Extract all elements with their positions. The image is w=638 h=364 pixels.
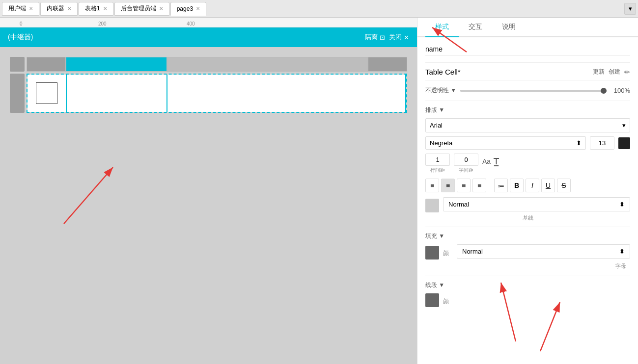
divider-fill: [425, 227, 630, 227]
cell-box: [36, 82, 57, 104]
fill-color-label: 颜: [443, 249, 449, 258]
panel-tab-style-label: 样式: [435, 23, 449, 30]
divider-1: [425, 62, 630, 63]
opacity-label: 不透明性 ▼: [425, 86, 456, 95]
table-body-cells: [27, 74, 407, 113]
spacing-row: 行间距 字间距 Aa T̲: [425, 154, 630, 174]
line-spacing-input[interactable]: [425, 154, 450, 166]
tab-4-close[interactable]: ✕: [196, 6, 200, 11]
header-cell-1: [27, 57, 66, 72]
body-cell-4[interactable]: [367, 75, 406, 112]
opacity-slider[interactable]: [460, 90, 607, 92]
fill-preview: [425, 199, 439, 212]
baseline-value: Normal: [448, 201, 469, 208]
canvas-title: (中继器): [8, 33, 33, 42]
font-color-swatch[interactable]: [618, 137, 630, 149]
font-style-value: Negreta: [430, 139, 452, 147]
tab-dropdown[interactable]: ▾: [624, 3, 636, 15]
tab-2-close[interactable]: ✕: [103, 6, 107, 11]
header-cell-2: [66, 57, 167, 72]
font-size-input[interactable]: [590, 136, 614, 150]
header-cell-3: [167, 57, 368, 72]
fill-label: 填充 ▼: [425, 232, 444, 240]
svg-line-1: [64, 167, 113, 224]
panel-tabs: 样式 交互 说明: [417, 18, 638, 37]
baseline-chevron: ⬍: [619, 201, 625, 208]
right-panel: 样式 交互 说明 name: [417, 18, 638, 364]
line-swatch[interactable]: [425, 293, 439, 307]
update-button[interactable]: 更新: [593, 68, 605, 76]
opacity-row: 不透明性 ▼ 100%: [425, 86, 630, 95]
close-button[interactable]: 关闭 ✕: [389, 33, 409, 42]
tab-0-label: 用户端: [8, 4, 26, 13]
font-style-select[interactable]: Negreta ⬍: [425, 136, 586, 150]
tab-bar: 用户端 ✕ 内联器 ✕ 表格1 ✕ 后台管理员端 ✕ page3 ✕ ▾: [0, 0, 638, 18]
align-left-button[interactable]: ≡: [425, 179, 439, 192]
name-input[interactable]: name: [425, 43, 630, 55]
align-center-button[interactable]: ≡: [441, 179, 455, 192]
tab-1-close[interactable]: ✕: [67, 6, 71, 11]
bold-button[interactable]: B: [510, 179, 524, 192]
row-handle-header: [10, 57, 25, 72]
opacity-knob[interactable]: [601, 88, 607, 94]
tab-3-close[interactable]: ✕: [159, 6, 163, 11]
line-spacing-field: 行间距: [425, 154, 450, 174]
header-cell-4: [368, 57, 407, 72]
tab-3[interactable]: 后台管理员端 ✕: [114, 2, 169, 16]
normal-char-chevron: ⬍: [619, 248, 625, 255]
create-button[interactable]: 创建: [609, 68, 620, 76]
canvas-area: 0 200 400 (中继器) 隔离 ⊡ 关闭 ✕: [0, 18, 417, 364]
normal-char-dropdown[interactable]: Normal ⬍: [457, 244, 630, 259]
panel-tab-desc[interactable]: 说明: [492, 18, 526, 36]
body-cell-3[interactable]: [167, 75, 367, 112]
canvas-content: [0, 47, 417, 364]
list-button[interactable]: ≔: [494, 179, 508, 192]
table-body-area: [10, 74, 407, 113]
baseline-dropdown[interactable]: Normal ⬍: [443, 197, 630, 211]
fill-swatch[interactable]: [425, 246, 439, 260]
tab-2[interactable]: 表格1 ✕: [79, 2, 113, 16]
edit-icon[interactable]: ✏: [624, 68, 630, 76]
line-header: 线段 ▼: [425, 281, 630, 289]
style-name: Table Cell*: [425, 68, 461, 76]
align-right-button[interactable]: ≡: [457, 179, 471, 192]
typography-section: 排版 ▼ Arial ▾ Negreta ⬍: [425, 106, 630, 307]
divider-2: [425, 101, 630, 101]
line-color-label: 颜: [443, 297, 449, 306]
font-family-select[interactable]: Arial ▾: [425, 118, 630, 132]
fill-section: 填充 ▼ 颜 Normal ⬍ 字母: [425, 232, 630, 270]
tab-1-label: 内联器: [47, 4, 64, 13]
tab-3-label: 后台管理员端: [121, 4, 156, 13]
char-spacing-field: 字间距: [454, 154, 478, 174]
align-justify-button[interactable]: ≡: [472, 179, 486, 192]
tab-4-label: page3: [177, 5, 193, 12]
ruler-tick-200: 200: [98, 18, 107, 27]
tab-0[interactable]: 用户端 ✕: [2, 2, 39, 16]
line-spacing-label: 行间距: [430, 167, 445, 174]
tab-0-close[interactable]: ✕: [29, 6, 33, 11]
panel-tab-interact-label: 交互: [469, 23, 482, 30]
strikethrough-button[interactable]: S: [557, 179, 571, 192]
close-label: 关闭: [389, 33, 402, 42]
char-spacing-input[interactable]: [454, 154, 478, 166]
tab-4[interactable]: page3 ✕: [170, 2, 206, 16]
font-style-chevron: ⬍: [576, 139, 582, 147]
line-section: 线段 ▼ 颜: [425, 281, 630, 307]
body-cell-1[interactable]: [28, 75, 67, 112]
tab-1[interactable]: 内联器 ✕: [40, 2, 78, 16]
ruler: 0 200 400: [0, 18, 417, 27]
italic-button[interactable]: I: [526, 179, 539, 192]
char-sub-label: 字母: [425, 262, 630, 270]
isolate-label: 隔离: [365, 33, 378, 42]
fill-header: 填充 ▼: [425, 232, 630, 240]
opacity-value: 100%: [610, 87, 630, 94]
panel-tab-interact[interactable]: 交互: [459, 18, 492, 36]
text-transform-icon[interactable]: T̲: [494, 156, 499, 167]
panel-tab-style[interactable]: 样式: [425, 18, 459, 36]
font-family-chevron: ▾: [622, 122, 626, 129]
font-family-value: Arial: [430, 122, 443, 129]
isolate-button[interactable]: 隔离 ⊡: [365, 33, 385, 42]
font-controls-row: Negreta ⬍: [425, 136, 630, 150]
body-cell-2[interactable]: [67, 75, 167, 112]
underline-button[interactable]: U: [541, 179, 555, 192]
